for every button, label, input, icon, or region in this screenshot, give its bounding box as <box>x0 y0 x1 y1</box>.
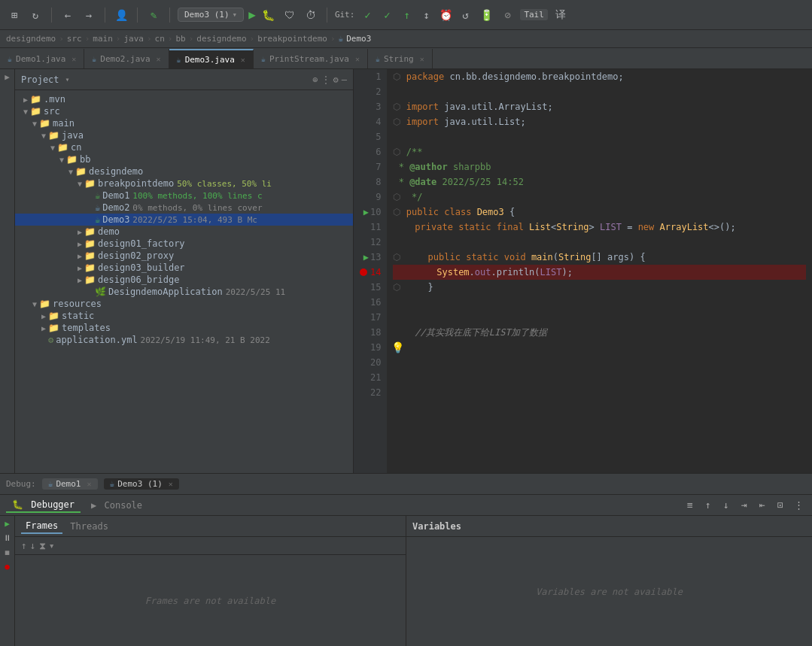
icon-pen[interactable]: ✎ <box>145 7 162 23</box>
frames-icon-more[interactable]: ▾ <box>49 540 55 551</box>
debug-button[interactable]: 🐛 <box>260 7 277 23</box>
tab-printstream-close[interactable]: ✕ <box>355 55 360 63</box>
git-history-icon[interactable]: ⏰ <box>437 7 454 23</box>
console-tab[interactable]: ▶ Console <box>85 499 148 512</box>
tab-string[interactable]: ☕ String ✕ <box>368 49 433 68</box>
debug-demo3-close[interactable]: ✕ <box>169 480 173 488</box>
tree-bb[interactable]: ▼ 📁 bb <box>15 153 353 165</box>
bc-main[interactable]: main <box>93 34 113 44</box>
power-icon[interactable]: 🔋 <box>478 7 494 23</box>
translate-icon[interactable]: 译 <box>552 7 569 23</box>
icon-back[interactable]: ← <box>59 7 76 23</box>
git-push-icon[interactable]: ↑ <box>398 7 415 23</box>
no-icon[interactable]: ⊘ <box>499 7 515 23</box>
tab-demo2-close[interactable]: ✕ <box>157 55 161 63</box>
tree-cn[interactable]: ▼ 📁 cn <box>15 141 353 153</box>
debug-icon-more[interactable]: ⋮ <box>791 498 806 513</box>
tab-demo3[interactable]: ☕ Demo3.java ✕ <box>169 49 254 68</box>
git-fetch-icon[interactable]: ✓ <box>359 7 376 23</box>
tree-proxy[interactable]: ▶ 📁 design02_proxy <box>15 250 353 262</box>
tree-static[interactable]: ▶ 📁 static <box>15 310 353 322</box>
bc-breakpointdemo[interactable]: breakpointdemo <box>257 34 327 44</box>
debug-icon-up[interactable]: ↑ <box>701 498 716 513</box>
cn-demo3: Demo3 <box>477 205 504 220</box>
git-pull-icon[interactable]: ✓ <box>379 7 395 23</box>
tree-designdemo[interactable]: ▼ 📁 designdemo <box>15 165 353 177</box>
lightbulb-icon[interactable]: 💡 <box>391 340 404 355</box>
tab-demo1[interactable]: ☕ Demo1.java ✕ <box>0 49 84 68</box>
tree-java[interactable]: ▼ 📁 java <box>15 129 353 141</box>
pkg-3: java.util.List; <box>444 114 525 129</box>
tree-builder-label: design03_builder <box>98 262 185 273</box>
bl-icon-restart[interactable]: ● <box>5 562 10 572</box>
bc-java[interactable]: java <box>123 34 144 44</box>
tree-demo1[interactable]: ▶ ☕ Demo1 100% methods, 100% lines c <box>15 190 353 202</box>
ln-12: 12 <box>360 235 381 250</box>
icon-forward[interactable]: → <box>81 7 97 23</box>
bc-designdemo2[interactable]: designdemo <box>196 34 246 44</box>
tail-label[interactable]: Tail <box>520 9 548 20</box>
bl-icon-stop[interactable]: ◼ <box>5 547 10 557</box>
project-dropdown[interactable]: ▾ <box>65 75 70 83</box>
breakpoint-dot-14[interactable] <box>360 268 367 276</box>
debug-icon-filter[interactable]: ⊡ <box>773 498 788 513</box>
left-icon-1[interactable]: ▶ <box>5 72 10 82</box>
debug-demo1-close[interactable]: ✕ <box>87 480 92 488</box>
profile-button[interactable]: ⏱ <box>303 7 319 23</box>
debug-session-demo3[interactable]: ☕ Demo3 (1) ✕ <box>104 478 179 490</box>
icon-sync[interactable]: ↻ <box>27 7 44 23</box>
bl-icon-run[interactable]: ▶ <box>5 519 10 529</box>
tree-bridge[interactable]: ▶ 📁 design06_bridge <box>15 274 353 286</box>
debug-session-demo1[interactable]: ☕ Demo1 ✕ <box>42 478 98 490</box>
tab-demo2[interactable]: ☕ Demo2.java ✕ <box>84 49 169 68</box>
frames-icon-down[interactable]: ↓ <box>30 540 36 551</box>
tree-resources[interactable]: ▼ 📁 resources <box>15 298 353 310</box>
tree-app[interactable]: ▶ 🌿 DesigndemoApplication 2022/5/25 11 <box>15 286 353 298</box>
proj-icon-collapse[interactable]: ⋮ <box>321 74 330 85</box>
icon-layout[interactable]: ⊞ <box>6 7 23 23</box>
tab-demo3-close[interactable]: ✕ <box>241 56 245 64</box>
tree-src[interactable]: ▼ 📁 src <box>15 105 353 117</box>
kw-private: private <box>415 220 458 235</box>
bc-designdemo[interactable]: designdemo <box>6 34 56 44</box>
debug-icon-down[interactable]: ↓ <box>719 498 734 513</box>
tree-mvn[interactable]: ▶ 📁 .mvn <box>15 93 353 105</box>
git-revert-icon[interactable]: ↺ <box>457 7 473 23</box>
frames-tab[interactable]: Frames <box>21 519 62 534</box>
debug-icon-step2[interactable]: ⇤ <box>755 498 770 513</box>
bl-icon-pause[interactable]: ⏸ <box>3 533 11 543</box>
tree-main[interactable]: ▼ 📁 main <box>15 117 353 129</box>
tree-templates[interactable]: ▶ 📁 templates <box>15 322 353 334</box>
proj-icon-locate[interactable]: ⊕ <box>312 74 318 85</box>
debug-icon-step[interactable]: ⇥ <box>737 498 752 513</box>
bc-bb[interactable]: bb <box>175 34 185 44</box>
tree-factory[interactable]: ▶ 📁 design01_factory <box>15 238 353 250</box>
tree-demo3[interactable]: ▶ ☕ Demo3 2022/5/25 15:04, 493 B Mc <box>15 214 353 226</box>
debug-icon-list[interactable]: ≡ <box>683 498 698 513</box>
proj-icon-close[interactable]: — <box>342 74 347 85</box>
threads-tab[interactable]: Threads <box>65 520 113 533</box>
tree-demo[interactable]: ▶ 📁 demo <box>15 226 353 238</box>
coverage-button[interactable]: 🛡 <box>281 7 298 23</box>
proj-icon-settings[interactable]: ⚙ <box>333 74 339 85</box>
kw-void: void <box>504 250 531 265</box>
bc-demo3[interactable]: Demo3 <box>346 34 371 44</box>
tab-demo1-close[interactable]: ✕ <box>71 55 76 63</box>
tree-builder[interactable]: ▶ 📁 design03_builder <box>15 262 353 274</box>
frames-icon-filter[interactable]: ⧗ <box>39 540 46 552</box>
bc-cn[interactable]: cn <box>155 34 165 44</box>
tab-printstream[interactable]: ☕ PrintStream.java ✕ <box>254 49 368 68</box>
frames-icon-up[interactable]: ↑ <box>21 540 27 551</box>
git-rollback-icon[interactable]: ↕ <box>418 7 434 23</box>
tab-string-close[interactable]: ✕ <box>420 55 424 63</box>
tree-demo2[interactable]: ▶ ☕ Demo2 0% methods, 0% lines cover <box>15 202 353 214</box>
debugger-tab[interactable]: 🐛 Debugger <box>6 498 81 513</box>
run-button[interactable]: ▶ <box>248 8 256 22</box>
tree-breakpointdemo[interactable]: ▼ 📁 breakpointdemo 50% classes, 50% li <box>15 177 353 190</box>
tree-appyml[interactable]: ▶ ⚙ application.yml 2022/5/19 11:49, 21 … <box>15 334 353 346</box>
icon-recent-files[interactable]: 👤 <box>113 7 129 23</box>
bc-src[interactable]: src <box>67 34 82 44</box>
run-configuration[interactable]: Demo3 (1) ▾ <box>178 8 244 22</box>
code-area[interactable]: 1 2 3 4 5 6 7 8 9 ▶10 11 12 ▶13 14 <box>354 69 812 473</box>
debug-content: ▶ ⏸ ◼ ● Frames Threads ↑ ↓ ⧗ ▾ Frames ar… <box>0 516 812 646</box>
